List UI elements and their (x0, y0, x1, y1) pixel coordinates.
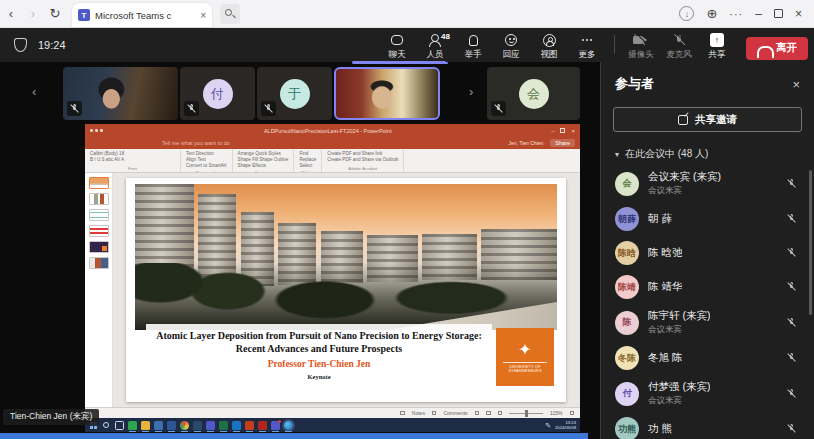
ribbon-group-drawing: Arrange Quick Styles Shape Fill Shape Ou… (233, 149, 295, 172)
video-tile-yu[interactable]: 于 (257, 67, 332, 120)
university-logo: ✦ UNIVERSITY OF JOHANNESBURG (496, 328, 554, 386)
taskbar-icon-taskview (115, 421, 124, 430)
panel-close-icon[interactable]: × (792, 77, 800, 92)
tile-avatar: 会 (519, 79, 549, 109)
tab-close-icon[interactable]: × (200, 10, 206, 21)
globe-icon[interactable]: ⊕ (706, 6, 717, 21)
fit-slide-icon (570, 411, 575, 416)
screen-share-region[interactable]: ALDPursuitNanoPrecisionLast-FT2024 - Pow… (85, 124, 580, 432)
panel-scrollbar[interactable] (809, 170, 812, 315)
share-invite-button[interactable]: 共享邀请 (613, 107, 802, 132)
browser-tab[interactable]: T Microsoft Teams c × (72, 3, 212, 27)
ppt-body: Atomic Layer Deposition from Pursuit of … (85, 173, 580, 407)
toolbar-button-icon (391, 33, 403, 47)
mic-muted-icon (67, 101, 82, 116)
toolbar-button-react[interactable]: 回应 (492, 30, 530, 61)
video-tile-hui[interactable]: 会 (487, 67, 580, 120)
participant-role: 会议来宾 (648, 395, 710, 407)
ribbon-group-label: Drawing (238, 170, 289, 172)
strip-next-icon[interactable]: › (469, 84, 473, 99)
mic-muted-icon[interactable] (786, 317, 798, 329)
uj-logo-text: UNIVERSITY OF JOHANNESBURG (503, 362, 547, 373)
participant-row-7[interactable]: 功熊 功 熊 (601, 412, 814, 439)
ppt-account-name: Jen, Tien Chien (509, 140, 544, 146)
mic-muted-icon[interactable] (786, 213, 798, 225)
refresh-icon[interactable]: ↻ (44, 6, 66, 21)
back-icon[interactable]: ‹ (0, 6, 22, 21)
taskbar-icon-outlook (232, 421, 241, 430)
tab-title: Microsoft Teams c (95, 10, 197, 21)
mic-muted-icon (184, 101, 199, 116)
toolbar-button-more[interactable]: 更多 (568, 30, 606, 61)
share-invite-icon (678, 115, 688, 125)
mic-muted-icon[interactable] (786, 247, 798, 259)
taskbar-icon-teams (206, 421, 215, 430)
mic-muted-icon[interactable] (786, 178, 798, 190)
ppt-ribbon-tabs: Tell me what you want to do Jen, Tien Ch… (85, 137, 580, 149)
panel-header: 参与者 × (601, 62, 814, 99)
participant-name: 朝 薛 (648, 212, 672, 226)
ribbon-group-editing: Find Replace Select Editing (294, 149, 322, 172)
mic-muted-icon[interactable] (786, 352, 798, 364)
comments-label: Comments (443, 410, 467, 416)
view-sorter-icon (486, 411, 491, 416)
mic-muted-icon[interactable] (786, 423, 798, 435)
participant-row-4[interactable]: 陈 陈宇轩 (来宾) 会议来宾 (601, 304, 814, 341)
slide-thumbnail-2 (89, 193, 109, 205)
participant-row-1[interactable]: 朝薛 朝 薛 (601, 202, 814, 236)
participant-row-0[interactable]: 会 会议来宾 (来宾) 会议来宾 (601, 165, 814, 202)
toolbar-button-icon (505, 33, 517, 47)
tell-me-box: Tell me what you want to do (162, 140, 230, 146)
participants-panel: 参与者 × 共享邀请 ▾ 在此会议中 (48 人) 会 会议来宾 (来宾) 会议… (600, 62, 814, 439)
chevron-down-icon: ▾ (615, 150, 619, 159)
ppt-window-title: ALDPursuitNanoPrecisionLast-FT2024 - Pow… (105, 128, 552, 134)
participant-role: 会议来宾 (648, 185, 721, 197)
toolbar-button-raise[interactable]: 举手 (454, 30, 492, 61)
toolbar-button-chat[interactable]: 聊天 (378, 30, 416, 61)
participant-row-6[interactable]: 付 付梦强 (来宾) 会议来宾 (601, 375, 814, 412)
participants-title: 参与者 (615, 75, 654, 93)
close-icon[interactable]: × (795, 7, 802, 21)
ribbon-group-label: Editing (299, 170, 316, 172)
maximize-icon[interactable] (774, 9, 783, 18)
participant-avatar: 陈 (615, 311, 639, 335)
toolbar-button-mic[interactable]: 麦克风 (660, 30, 698, 61)
forward-icon[interactable]: › (22, 6, 44, 21)
toolbar-button-view[interactable]: 视图 (530, 30, 568, 61)
mic-muted-icon[interactable] (786, 388, 798, 400)
meeting-timer: 19:24 (38, 39, 66, 51)
mic-muted-icon (491, 101, 506, 116)
zoom-level: 115% (550, 410, 562, 416)
toolbar-button-share[interactable]: ↑ 共享 (698, 30, 736, 61)
participant-role: 会议来宾 (648, 324, 710, 336)
minimize-icon[interactable]: – (755, 7, 762, 21)
video-tile-cam2[interactable] (334, 67, 440, 120)
toolbar-buttons: 聊天 48 人员 举手 回应 视图 更多 (378, 30, 808, 61)
toolbar-button-people[interactable]: 48 人员 (416, 30, 454, 61)
strip-prev-icon[interactable]: ‹ (32, 84, 36, 99)
leave-button[interactable]: 离开 (746, 37, 808, 60)
toolbar-button-icon (673, 33, 685, 47)
participant-avatar: 陈晗 (615, 241, 639, 265)
toolbar-button-camera[interactable]: 摄像头 (622, 30, 660, 61)
participant-row-3[interactable]: 陈靖 陈 靖华 (601, 270, 814, 304)
taskbar-icon-green (128, 421, 137, 430)
download-icon[interactable]: ↓ (679, 6, 694, 21)
video-tile-cam1[interactable] (63, 67, 178, 120)
mic-muted-icon[interactable] (786, 281, 798, 293)
search-button[interactable] (220, 4, 240, 24)
toolbar-button-icon: 48 (428, 33, 442, 47)
video-tile-fu[interactable]: 付 (180, 67, 255, 120)
participant-avatar: 朝薛 (615, 207, 639, 231)
section-in-this-meeting[interactable]: ▾ 在此会议中 (48 人) (615, 147, 800, 161)
participant-row-2[interactable]: 陈晗 陈 晗弛 (601, 236, 814, 270)
ppt-minimize-icon: – (551, 128, 554, 134)
browser-more-icon[interactable]: ··· (729, 8, 743, 20)
participant-row-5[interactable]: 冬陈 冬旭 陈 (601, 341, 814, 375)
participant-avatar: 功熊 (615, 417, 639, 439)
uj-emblem-icon: ✦ (518, 342, 531, 358)
taskbar-icon-acrobat (258, 421, 267, 430)
ppt-status-bar: Notes Comments 115% (85, 407, 580, 418)
participant-avatar: 冬陈 (615, 346, 639, 370)
teams-logo-icon: T (78, 9, 90, 21)
